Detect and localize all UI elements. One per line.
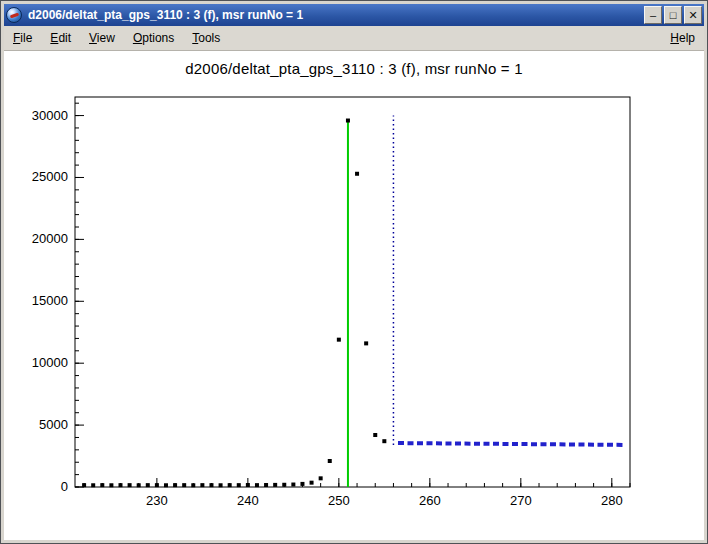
data-marker <box>255 483 259 487</box>
x-tick-label: 260 <box>419 493 441 508</box>
y-tick-label: 25000 <box>32 169 68 184</box>
data-marker <box>146 483 150 487</box>
data-marker <box>246 483 250 487</box>
x-tick-label: 240 <box>237 493 259 508</box>
x-tick-label: 280 <box>601 493 623 508</box>
data-marker <box>182 483 186 487</box>
titlebar[interactable]: d2006/deltat_pta_gps_3110 : 3 (f), msr r… <box>4 4 704 26</box>
data-marker <box>209 483 213 487</box>
data-marker <box>191 483 195 487</box>
data-marker <box>373 433 377 437</box>
menu-spacer <box>229 26 661 50</box>
data-marker <box>137 483 141 487</box>
theory-curve <box>398 443 625 445</box>
x-tick-label: 230 <box>146 493 168 508</box>
data-marker <box>337 338 341 342</box>
menu-group-right: Help <box>661 26 704 50</box>
data-marker <box>291 483 295 487</box>
data-marker <box>91 483 95 487</box>
x-tick-label: 270 <box>510 493 532 508</box>
data-marker <box>300 482 304 486</box>
y-tick-label: 10000 <box>32 355 68 370</box>
maximize-button[interactable]: □ <box>664 6 682 24</box>
data-marker <box>109 483 113 487</box>
data-marker <box>273 483 277 487</box>
data-marker <box>228 483 232 487</box>
data-marker <box>346 119 350 123</box>
menu-help[interactable]: Help <box>661 26 704 50</box>
data-marker <box>364 341 368 345</box>
data-marker <box>310 481 314 485</box>
data-marker <box>237 483 241 487</box>
menu-tools[interactable]: Tools <box>183 26 229 50</box>
data-marker <box>128 483 132 487</box>
data-marker <box>264 483 268 487</box>
menu-options[interactable]: Options <box>124 26 183 50</box>
data-marker <box>155 483 159 487</box>
data-marker <box>219 483 223 487</box>
minimize-icon: – <box>650 9 656 21</box>
data-marker <box>118 483 122 487</box>
menu-view[interactable]: View <box>80 26 124 50</box>
app-icon[interactable] <box>6 7 22 23</box>
maximize-icon: □ <box>670 9 677 21</box>
menubar: FileEditViewOptionsTools Help <box>4 26 704 51</box>
plot-frame <box>75 97 630 487</box>
data-marker <box>282 483 286 487</box>
y-tick-label: 15000 <box>32 293 68 308</box>
app-window: d2006/deltat_pta_gps_3110 : 3 (f), msr r… <box>0 0 708 544</box>
x-tick-label: 250 <box>328 493 350 508</box>
menu-group-left: FileEditViewOptionsTools <box>4 26 229 50</box>
close-icon: ✕ <box>688 9 697 22</box>
close-button[interactable]: ✕ <box>684 6 702 24</box>
data-marker <box>100 483 104 487</box>
data-marker <box>200 483 204 487</box>
data-marker <box>319 476 323 480</box>
x-axis: 230240250260270280 <box>84 478 630 508</box>
menu-edit[interactable]: Edit <box>41 26 80 50</box>
plot-svg[interactable]: 2302402502602702800500010000150002000025… <box>4 51 704 540</box>
y-tick-label: 5000 <box>39 417 68 432</box>
data-marker <box>328 459 332 463</box>
window-title: d2006/deltat_pta_gps_3110 : 3 (f), msr r… <box>28 8 642 22</box>
plot-canvas[interactable]: d2006/deltat_pta_gps_3110 : 3 (f), msr r… <box>4 51 704 540</box>
data-marker <box>382 439 386 443</box>
y-tick-label: 30000 <box>32 108 68 123</box>
y-tick-label: 20000 <box>32 231 68 246</box>
y-tick-label: 0 <box>61 479 68 494</box>
y-axis: 050001000015000200002500030000 <box>32 103 84 494</box>
histogram-data <box>82 119 386 488</box>
minimize-button[interactable]: – <box>644 6 662 24</box>
data-marker <box>355 172 359 176</box>
data-marker <box>82 483 86 487</box>
data-marker <box>164 483 168 487</box>
data-marker <box>173 483 177 487</box>
menu-file[interactable]: File <box>4 26 41 50</box>
